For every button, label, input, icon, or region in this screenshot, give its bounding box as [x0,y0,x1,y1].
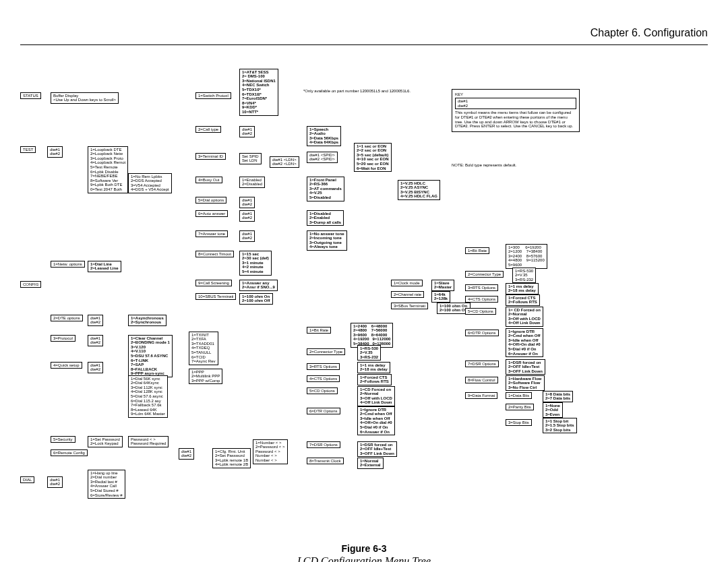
stop: 3=Stop Bits [506,419,532,427]
test-rem: 1=No Rem Lpbks 2=DDS Accepted 3=V54 Acce… [128,173,172,193]
ans-list: 1=No answer tone 2=Incoming tone 3=Outgo… [307,230,347,251]
protocol: 3=Protocol [51,335,75,342]
conn-type2: 2=Connector Type [465,271,504,278]
key-text: This symbol means the menu items that fo… [455,111,576,128]
dtr2: 6=DTR Options [465,330,499,337]
figure-caption: LCD Configuration Menu Tree [20,555,708,562]
chan-list: 1=64k 2=128k [431,291,450,303]
conn-list2: 1=RS-530 2=V.35 3=RS-232 [357,345,381,361]
conn-list3: 1=RS-530 2=V.35 3=RS-232 [512,268,536,284]
dtr-list2: 1=Ignore DTR 2=Cmd when Off 3=Idle when … [506,328,543,358]
auto-ans: 6=Auto answer [195,210,228,218]
key-box: KEY dte#1dte#2 This symbol means the men… [452,89,580,132]
chapter-title: Chapter 6. Configuration [20,27,708,45]
data-bits: 1=Data Bits [506,392,532,400]
ans-tone: 7=Answer tone [195,230,228,238]
rts2: 3=RTS Options [465,284,498,292]
sec-list: 1=Set Password 2=Lock Keypad [88,436,123,447]
rc-list: 1=Cfg. Rmt. Unit 2=Set Password 3=Lpbk r… [212,448,251,468]
data-bits-list: 1=8 Data bits 2=7 Data bits [543,391,573,402]
clock-list: 1=Slave 2=Master [431,280,454,291]
trans-clk: 8=Transmit Clock [307,458,344,465]
term-spid: Set SPID Set LDN [239,153,262,164]
sw-list: 1=AT&T 5ESS 2= DMS-100 3=National ISDN1 … [239,69,278,116]
cd-list: 1=CD Forced on 2=Normal 3=Off with LOCD … [357,386,395,406]
call-dte: dte#1 dte#2 [239,126,255,137]
remote-cfg: 6=Remote Config [51,449,88,457]
quick: 4=Quick setup [51,362,82,369]
flow-list: 1=Hardware Flow 2=Software Flow 3=No Flo… [506,375,545,392]
proto-dte: dte#1 dte#2 [88,335,103,346]
dsr-list: 1=DSR forced on 2=OFF Idle+Test 3=OFF Li… [357,441,397,458]
conn-to: 8=Connect Timout [195,251,234,258]
rc-sub: 1=Number < > 2=Password < > Password < >… [253,439,288,464]
dsr2: 7=DSR Options [465,361,499,368]
proto-tx: 1=TXINIT 2=TXFA 3=TXADD01 4=TXDEQ 5=TANU… [189,332,218,365]
call-scr-list: 1=Answer any 2=Ansr if SNO...9 [239,280,278,291]
key-title: KEY [455,92,576,97]
sync: 1=Asynchronous 2=Synchronous [128,315,166,326]
dte-opt: 2=DTE options [51,315,83,322]
rts-list2: 1=1 ms delay 2=18 ms delay [506,283,539,294]
conn-list: 1=15 sec 2=30 sec (def) 3=1 minute 4=2 m… [239,251,272,276]
sec-pwd: Password < > Password Required [128,436,169,447]
trans-list: 1=Normal 2=External [357,458,384,469]
status-label: STATUS [20,92,41,100]
dial-dte2: dte#1 dte#2 [47,476,63,488]
busy: 4=Busy Out [195,177,222,184]
flow: 8=Flow Control [465,377,498,384]
cd-list2: 1= CD Forced on 2=Normal 3=Off with LOCD… [506,307,543,327]
star-note: *Only available on part number 1200051L5… [303,89,411,94]
dtr: 6=DTR Options [307,408,340,415]
cts-list: 1=Forced CTS 2=Follows RTS [357,374,392,385]
parity-list: 1=None 2=Odd 3=Even [543,402,563,418]
cd: 5=CD Options [307,387,338,395]
status-buffer: Buffer Display <Use Up and Down keys to … [51,92,119,104]
front-panel: 1=Front Panel 2=RS-366 3=AT commands 4=V… [307,177,344,201]
cts-list2: 1=Forced CTS 2=Follows RTS [506,294,540,306]
cd2: 5=CD Options [465,308,496,315]
dtr-list: 1=Ignore DTR 2=Cmd when Off 3=Idle when … [357,406,395,436]
dial-label: DIAL [20,476,34,484]
call-list: 1=Speech 2=Audio 3=Data 56Kbps 4=Data 64… [307,126,341,146]
cts: 4=CTS Options [307,375,340,383]
quick-dte: dte#1 dte#2 [88,362,103,373]
bit-list2: 1=300 6=19200 2=1200 7=38400 3=2400 8=57… [506,244,547,269]
netw-opt: 1=Netw. options [51,261,85,268]
call-type: 2=Call type [195,126,221,133]
data-fmt: 9=Data Format [465,392,497,400]
proto-list: 1=Clear Channel 2=BONDING mode 1 3=V.120… [128,335,173,377]
term-spid2: dte#1 <SPID> dte#2 <SPID> [307,152,338,163]
ans-dte: dte#1 dte#2 [239,230,255,242]
bit-list: 1=2400 6=48000 2=4800 7=56000 3=9600 8=6… [351,323,393,348]
test-loop: 1=Loopback DTE 2=Loopback Netw 3=Loopbac… [88,146,128,193]
key-dte: dte#1dte#2 [455,98,576,109]
busy-list: 1=Enabled 2=Disabled [239,177,265,188]
parity: 2=Parity Bits [506,404,534,411]
dial-dte: dte#1 dte#2 [239,197,255,208]
dte-dte: dte#1 dte#2 [88,315,103,326]
term-dte: dte#1 <LDN> dte#2 <LDN> [270,156,299,168]
cts2: 4=CTS Options [465,296,498,303]
clock-mode: 1=Clock mode [391,280,423,287]
conn-type: 2=Connector Type [307,348,345,356]
auto-dte: dte#1 dte#2 [239,210,255,222]
sbus-term: 3=SBus Terminati [391,303,428,310]
rc-dte: dte#1 dte#2 [179,448,194,460]
ppp: 1=PPP 2=Multilink PPP 3=PPP w/Comp [189,369,222,385]
hdlc: 1=V.25 HDLC 2=V.25 ASYNC 3=V.25 BISYNC 4… [398,180,440,200]
test-dte: dte#1 dte#2 [47,146,63,158]
bit-rate: 1=Bit Rate [307,327,331,334]
sbus: 10=SBUS Terminati [195,293,236,301]
term-id: 3=Terminal ID [195,153,226,160]
stop-list: 1=1 Stop bit 2=1.5 Stop bits 3=2 Stop bi… [543,418,577,434]
config-label: CONFIG [20,281,41,288]
rts-list: 1=1 ms delay 2=18 ms delay [357,362,390,373]
dsr: 7=DSR Options [307,441,340,449]
auto-list: 1=Disabled 2=Enabled 3=Dump all calls [307,210,344,226]
netw-line: 1=Dial Line 2=Leased Line [88,261,121,272]
dial-opt: 5=Dial options [195,197,226,204]
call-scr: 9=Call Screening [195,280,232,287]
quick-list: 1=Dial 56K sync 2=Dial 64Ksync 3=Dial 11… [128,375,168,418]
figure-label: Figure 6-3 [20,544,708,554]
